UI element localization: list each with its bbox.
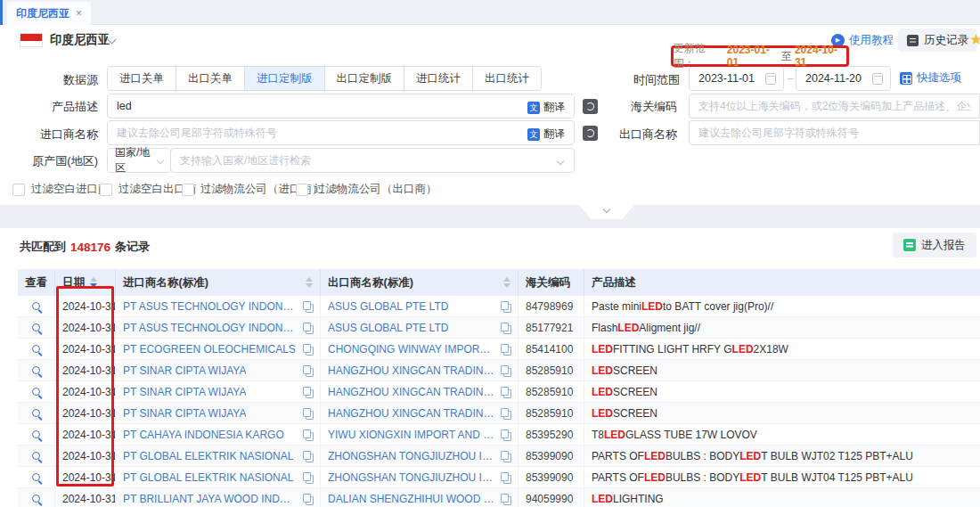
view-detail-icon[interactable]: [32, 495, 40, 503]
tab-import-custom[interactable]: 进口定制版: [244, 66, 325, 91]
sort-caret-icon[interactable]: [306, 277, 313, 288]
tab-indonesia[interactable]: 印度尼西亚 ×: [7, 2, 91, 25]
product-desc-cell: PARTS OF LED BULBS : BODY LED T BULB WJT…: [584, 446, 980, 466]
exporter-link[interactable]: ASUS GLOBAL PTE LTD: [328, 322, 448, 334]
checkbox-icon[interactable]: [182, 184, 194, 196]
calendar-icon: [872, 73, 883, 85]
importer-link[interactable]: PT GLOBAL ELEKTRIK NASIONAL: [123, 471, 293, 484]
exporter-link[interactable]: HANGZHOU XINGCAN TRADING CO LTD: [328, 364, 494, 377]
copy-icon[interactable]: [501, 494, 511, 504]
copy-icon[interactable]: [501, 344, 511, 355]
copy-icon[interactable]: [501, 301, 511, 312]
enter-report-button[interactable]: 进入报告: [893, 233, 976, 258]
copy-icon[interactable]: [303, 494, 314, 504]
view-detail-icon[interactable]: [32, 366, 40, 374]
origin-country-select[interactable]: 国家/地区: [107, 148, 171, 173]
hs-code-cell: 85414100: [519, 339, 584, 359]
exporter-input[interactable]: 建议去除公司尾部字符或特殊符号: [689, 120, 980, 145]
end-date-input[interactable]: 2024-11-20: [796, 66, 891, 91]
favorite-star-icon[interactable]: ★: [969, 30, 980, 49]
table-row: 2024-10-31 PT GLOBAL ELEKTRIK NASIONAL Z…: [18, 467, 980, 488]
header-date[interactable]: 日期: [55, 269, 116, 296]
exporter-link[interactable]: ZHONGSHAN TONGJIUZHOU INTERNA...: [328, 450, 494, 462]
view-detail-icon[interactable]: [32, 323, 40, 331]
checkbox-filter-blank-importer[interactable]: 过滤空白进口商: [12, 182, 110, 197]
importer-link[interactable]: PT SINAR CIPTA WIJAYA: [123, 407, 246, 420]
grid-icon: [900, 72, 912, 85]
origin-country-input[interactable]: 支持输入国家/地区进行检索: [170, 148, 575, 173]
importer-link[interactable]: PT ASUS TECHNOLOGY INDONESIA BA...: [123, 300, 297, 313]
view-detail-icon[interactable]: [32, 345, 40, 353]
exporter-link[interactable]: HANGZHOU XINGCAN TRADING CO LTD: [328, 407, 494, 420]
copy-icon[interactable]: [501, 429, 511, 440]
translate-button[interactable]: 文 翻译: [527, 100, 565, 115]
copy-icon[interactable]: [303, 365, 314, 376]
copy-icon[interactable]: [303, 387, 314, 397]
tab-export-declaration[interactable]: 出口关单: [176, 66, 245, 91]
header-importer[interactable]: 进口商名称(标准): [116, 269, 321, 296]
copy-icon[interactable]: [501, 472, 511, 483]
translate-button[interactable]: 文 翻译: [527, 127, 565, 142]
sort-caret-icon[interactable]: [503, 277, 510, 288]
copy-icon[interactable]: [303, 472, 314, 483]
exporter-link[interactable]: ASUS GLOBAL PTE LTD: [328, 300, 448, 313]
copy-icon[interactable]: [501, 408, 511, 419]
product-desc-cell: LED SCREEN: [584, 381, 980, 402]
tab-import-declaration[interactable]: 进口关单: [107, 66, 176, 91]
exporter-link[interactable]: CHONGQING WINWAY IMPORT AND E...: [328, 343, 494, 356]
close-icon[interactable]: ×: [76, 8, 82, 19]
importer-link[interactable]: PT SINAR CIPTA WIJAYA: [123, 364, 246, 377]
view-detail-icon[interactable]: [32, 473, 40, 481]
tab-export-custom[interactable]: 出口定制版: [324, 66, 405, 91]
copy-icon[interactable]: [501, 323, 511, 333]
match-count: 148176: [70, 241, 110, 254]
product-desc-input[interactable]: led 文 翻译: [107, 94, 575, 119]
results-section: 共匹配到 148176 条记录 进入报告 查看 日期 进口商名称(标准) 出口商…: [0, 228, 980, 507]
checkbox-icon[interactable]: [100, 184, 112, 196]
hs-code-input[interactable]: 支持4位以上海关编码，或2位海关编码加上产品描述、企业名称的任意信息: [689, 94, 980, 119]
checkbox-filter-logistics-exporter[interactable]: 过滤物流公司（出口商）: [296, 182, 437, 197]
copy-icon[interactable]: [303, 323, 314, 333]
hs-code-label: 海关编码: [561, 100, 677, 114]
importer-input[interactable]: 建议去除公司尾部字符或特殊符号 文 翻译: [107, 120, 575, 145]
translate-icon: 文: [527, 128, 540, 141]
chevron-down-icon: [557, 158, 564, 165]
quick-options-button[interactable]: 快捷选项: [900, 70, 961, 86]
copy-icon[interactable]: [303, 344, 314, 355]
importer-link[interactable]: PT CAHAYA INDONESIA KARGO: [123, 429, 284, 441]
view-detail-icon[interactable]: [32, 430, 40, 438]
translate-icon: 文: [527, 102, 540, 114]
copy-icon[interactable]: [303, 429, 314, 440]
copy-icon[interactable]: [303, 451, 314, 462]
copy-icon[interactable]: [501, 365, 511, 376]
importer-link[interactable]: PT SINAR CIPTA WIJAYA: [123, 386, 246, 398]
tab-export-stats[interactable]: 出口统计: [472, 66, 542, 91]
view-detail-icon[interactable]: [32, 409, 40, 417]
view-detail-icon[interactable]: [32, 302, 40, 310]
exporter-link[interactable]: HANGZHOU XINGCAN TRADING CO LTD: [328, 386, 494, 398]
importer-link[interactable]: PT ECOGREEN OLEOCHEMICALS: [123, 343, 296, 356]
view-detail-icon[interactable]: [32, 388, 40, 396]
exporter-link[interactable]: DALIAN SHENGZHIHUI WOOD INDUST...: [328, 493, 494, 505]
copy-icon[interactable]: [501, 387, 511, 397]
sort-caret-icon[interactable]: [90, 277, 97, 288]
copy-icon[interactable]: [303, 408, 314, 419]
copy-icon[interactable]: [501, 451, 511, 462]
start-date-input[interactable]: 2023-11-01: [689, 66, 784, 91]
importer-label: 进口商名称: [0, 127, 98, 142]
exporter-link[interactable]: YIWU XIONGXIN IMPORT AND EXPORT...: [328, 429, 494, 441]
importer-link[interactable]: PT GLOBAL ELEKTRIK NASIONAL: [123, 450, 293, 462]
checkbox-icon[interactable]: [296, 184, 308, 196]
tab-import-stats[interactable]: 进口统计: [404, 66, 473, 91]
importer-link[interactable]: PT BRILLIANT JAYA WOOD INDUSTRY: [123, 493, 297, 505]
history-button[interactable]: 历史记录: [898, 29, 977, 52]
product-desc-label: 产品描述: [0, 100, 98, 114]
importer-link[interactable]: PT ASUS TECHNOLOGY INDONESIA BA...: [123, 322, 297, 334]
copy-icon[interactable]: [303, 301, 314, 312]
product-desc-cell: Flash LED Aligment jig//: [584, 317, 980, 338]
header-exporter[interactable]: 出口商名称(标准): [321, 269, 519, 296]
tutorial-button[interactable]: ▶ 使用教程: [831, 31, 894, 49]
view-detail-icon[interactable]: [32, 452, 40, 460]
checkbox-icon[interactable]: [12, 184, 25, 196]
exporter-link[interactable]: ZHONGSHAN TONGJIUZHOU INTERNA...: [328, 471, 494, 484]
